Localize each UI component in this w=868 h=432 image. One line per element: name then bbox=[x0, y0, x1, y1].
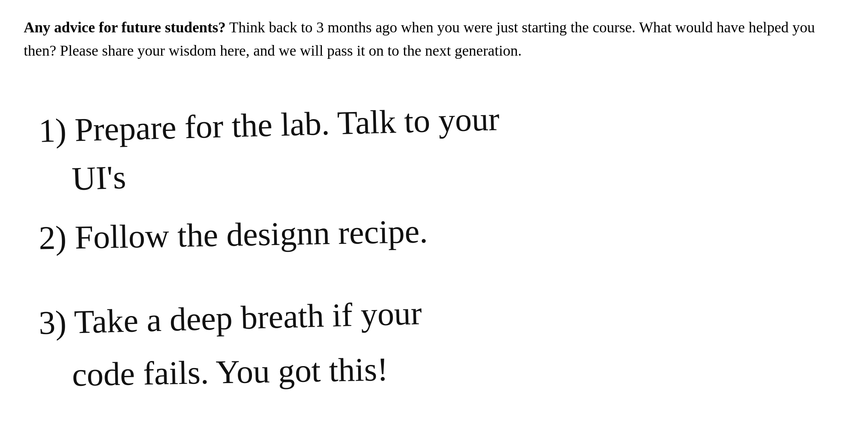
prompt-paragraph: Any advice for future students? Think ba… bbox=[24, 16, 844, 62]
svg-text:2) Follow  the      designn  r: 2) Follow the designn recipe. bbox=[38, 213, 428, 256]
svg-text:UI's: UI's bbox=[71, 159, 126, 197]
page-container: Any advice for future students? Think ba… bbox=[24, 16, 844, 432]
svg-text:3) Take   a      deep  breath : 3) Take a deep breath if your bbox=[38, 294, 422, 341]
svg-text:1) Prepare  for  the  lab.  Ta: 1) Prepare for the lab. Talk to your bbox=[38, 100, 500, 150]
svg-text:code  fails.  You  got  this!: code fails. You got this! bbox=[72, 351, 389, 393]
handwritten-area: 1) Prepare for the lab. Talk to your UI'… bbox=[24, 82, 844, 432]
handwriting-svg: 1) Prepare for the lab. Talk to your UI'… bbox=[32, 82, 844, 432]
prompt-bold: Any advice for future students? bbox=[24, 19, 226, 36]
